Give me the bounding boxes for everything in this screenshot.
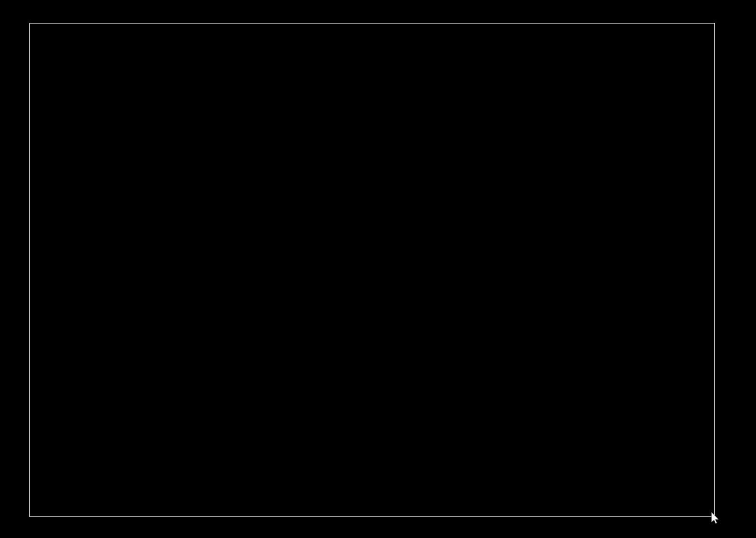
spectrogram-canvas <box>30 24 714 516</box>
spectrogram-app <box>0 0 756 538</box>
y-axis-title <box>0 211 17 328</box>
mouse-cursor <box>709 512 719 525</box>
plot-frame <box>29 23 715 517</box>
